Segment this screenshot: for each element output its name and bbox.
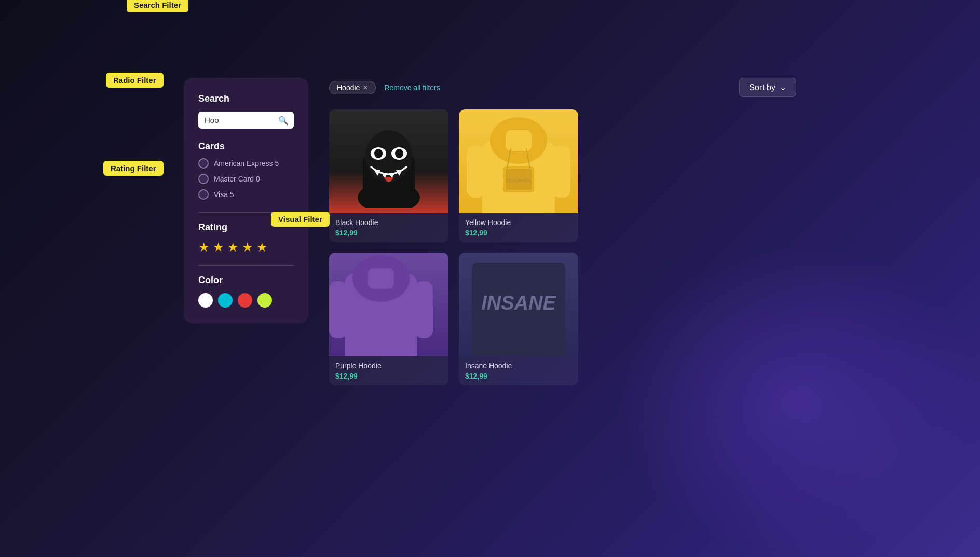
remove-filter-hoodie-button[interactable]: ✕	[363, 84, 368, 91]
product-card-purple-hoodie[interactable]: Purple Hoodie $12,99	[329, 253, 448, 385]
visual-filter-label: Visual Filter	[271, 212, 330, 227]
active-filter-label: Hoodie	[337, 83, 360, 92]
color-dot-white[interactable]	[198, 293, 213, 308]
sort-by-label: Sort by	[749, 83, 775, 92]
sort-by-button[interactable]: Sort by ⌄	[739, 78, 796, 97]
svg-rect-10	[467, 146, 485, 198]
right-panel: Hoodie ✕ Remove all filters Sort by ⌄	[329, 78, 796, 385]
filter-bar: Hoodie ✕ Remove all filters Sort by ⌄	[329, 78, 796, 97]
svg-text:DEADPOOL: DEADPOOL	[505, 178, 532, 183]
radio-item-amex[interactable]: American Express 5	[198, 158, 294, 169]
radio-label-mastercard: Master Card 0	[214, 175, 260, 183]
radio-circle-visa	[198, 189, 209, 200]
product-name-purple: Purple Hoodie	[335, 361, 442, 370]
product-image-yellow: DEADPOOL	[459, 109, 578, 213]
search-input-wrapper: 🔍	[198, 112, 294, 129]
search-title: Search	[198, 93, 294, 104]
svg-point-6	[395, 149, 403, 158]
rating-section: Rating ★ ★ ★ ★ ★	[198, 222, 294, 255]
product-name-yellow: Yellow Hoodie	[465, 218, 572, 227]
color-dot-red[interactable]	[238, 293, 252, 308]
search-filter-label: Search Filter	[127, 0, 188, 12]
cards-title: Cards	[198, 141, 294, 152]
star-5[interactable]: ★	[256, 240, 268, 255]
chevron-down-icon: ⌄	[780, 82, 786, 92]
star-4[interactable]: ★	[242, 240, 253, 255]
yellow-hoodie-illustration: DEADPOOL	[467, 109, 570, 213]
color-dot-cyan[interactable]	[218, 293, 233, 308]
radio-item-visa[interactable]: Visa 5	[198, 189, 294, 200]
product-info-purple: Purple Hoodie $12,99	[329, 356, 448, 385]
cards-section: Cards American Express 5 Master Card 0 V…	[198, 141, 294, 200]
product-name-insane: Insane Hoodie	[465, 361, 572, 370]
product-price-yellow: $12,99	[465, 229, 572, 237]
divider-2	[198, 265, 294, 266]
radio-item-mastercard[interactable]: Master Card 0	[198, 174, 294, 184]
radio-label-amex: American Express 5	[214, 159, 279, 168]
svg-rect-11	[552, 146, 570, 198]
page-container: Search Filter Radio Filter Rating Filter…	[0, 0, 980, 557]
stars-row: ★ ★ ★ ★ ★	[198, 240, 294, 255]
product-image-venom	[329, 109, 448, 213]
venom-illustration	[352, 115, 425, 208]
product-image-purple	[329, 253, 448, 356]
radio-label-visa: Visa 5	[214, 190, 234, 199]
svg-text:INSANE: INSANE	[481, 292, 556, 314]
product-price-venom: $12,99	[335, 229, 442, 237]
filter-panel: Search 🔍 Cards American Express 5 Master…	[184, 78, 308, 323]
product-card-yellow-hoodie[interactable]: DEADPOOL Yellow Hoodie $12,99	[459, 109, 578, 242]
svg-rect-9	[506, 130, 532, 151]
filter-panel-wrapper: Search Filter Radio Filter Rating Filter…	[184, 78, 308, 323]
radio-circle-amex	[198, 158, 209, 169]
product-price-insane: $12,99	[465, 372, 572, 380]
star-3[interactable]: ★	[227, 240, 239, 255]
search-icon[interactable]: 🔍	[278, 115, 289, 125]
svg-rect-19	[368, 268, 394, 289]
search-section: Search 🔍	[198, 93, 294, 129]
star-1[interactable]: ★	[198, 240, 210, 255]
product-price-purple: $12,99	[335, 372, 442, 380]
radio-circle-mastercard	[198, 174, 209, 184]
product-image-insane: INSANE	[459, 253, 578, 356]
product-card-insane-hoodie[interactable]: INSANE Insane Hoodie $12,99	[459, 253, 578, 385]
color-dots-row	[198, 293, 294, 308]
radio-filter-label: Radio Filter	[106, 73, 164, 88]
purple-hoodie-illustration	[329, 253, 433, 356]
product-card-venom-hoodie[interactable]: Black Hoodie $12,99	[329, 109, 448, 242]
star-2[interactable]: ★	[213, 240, 224, 255]
color-dot-lime[interactable]	[257, 293, 272, 308]
active-filter-hoodie[interactable]: Hoodie ✕	[329, 81, 376, 94]
svg-point-5	[374, 149, 383, 158]
color-title: Color	[198, 275, 294, 286]
svg-rect-20	[329, 281, 347, 338]
product-info-yellow: Yellow Hoodie $12,99	[459, 213, 578, 242]
insane-hoodie-illustration: INSANE	[467, 253, 570, 356]
color-section: Color	[198, 275, 294, 308]
rating-filter-label: Rating Filter	[103, 161, 164, 176]
products-grid: Black Hoodie $12,99	[329, 109, 796, 385]
product-name-venom: Black Hoodie	[335, 218, 442, 227]
remove-all-filters-button[interactable]: Remove all filters	[384, 83, 440, 92]
product-info-venom: Black Hoodie $12,99	[329, 213, 448, 242]
svg-rect-21	[415, 281, 433, 338]
product-info-insane: Insane Hoodie $12,99	[459, 356, 578, 385]
